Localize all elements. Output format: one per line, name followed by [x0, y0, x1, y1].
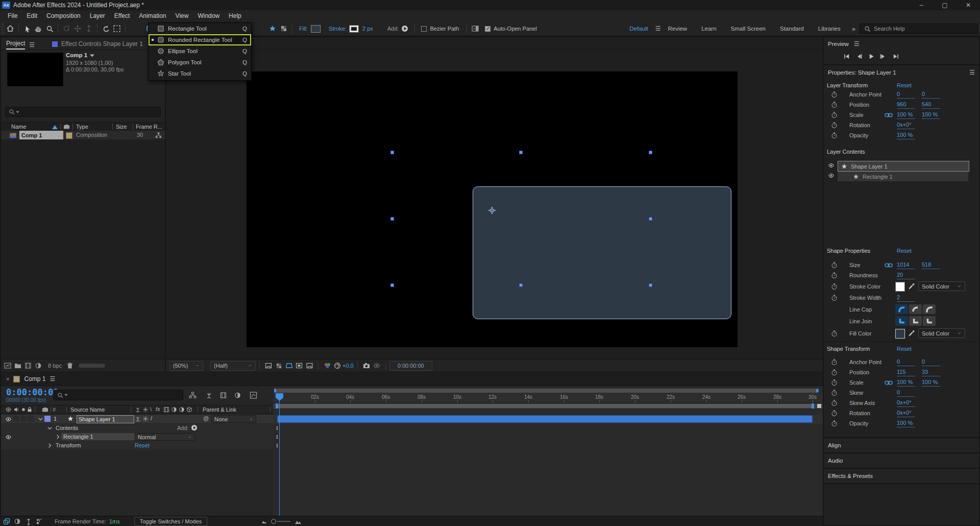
close-tab-icon[interactable]: × — [6, 376, 9, 382]
workspace-review[interactable]: Review — [660, 26, 694, 32]
roundness-value[interactable]: 20 — [897, 272, 915, 279]
project-search-input[interactable] — [5, 107, 161, 117]
project-panel-menu-icon[interactable]: ☰ — [29, 41, 35, 49]
link-icon[interactable] — [885, 261, 893, 269]
selection-tool[interactable] — [21, 23, 33, 34]
fx-switch-icon[interactable]: fx — [156, 406, 160, 412]
transparency-grid-icon[interactable] — [274, 363, 284, 369]
zoom-out-mountain-icon[interactable] — [261, 519, 267, 524]
selection-handle[interactable] — [649, 151, 652, 154]
layer-shy-switch[interactable] — [135, 416, 141, 422]
puppet-icon[interactable] — [35, 518, 42, 525]
parent-dropdown[interactable]: None — [211, 415, 256, 423]
draft-3d-icon[interactable] — [205, 392, 213, 399]
stopwatch-icon[interactable] — [831, 420, 838, 427]
menu-view[interactable]: View — [171, 11, 193, 21]
layer-transform-reset[interactable]: Reset — [897, 82, 912, 88]
stopwatch-icon[interactable] — [831, 369, 838, 376]
opacity-value[interactable]: 100 % — [897, 132, 915, 139]
search-help-input[interactable]: Search Help — [860, 23, 978, 34]
shape-properties-reset[interactable]: Reset — [897, 248, 912, 254]
audio-toggle[interactable] — [13, 416, 19, 422]
rotation-value[interactable]: 0x+0° — [897, 122, 915, 129]
timeline-zoom-knob[interactable] — [271, 519, 276, 524]
stopwatch-icon[interactable] — [831, 294, 838, 301]
stopwatch-icon[interactable] — [831, 272, 838, 279]
viewer-timecode[interactable]: 0:00:00:00 — [389, 361, 432, 371]
composition-view[interactable] — [247, 71, 738, 347]
stroke-color-swatch[interactable] — [895, 282, 905, 292]
scale-x-value[interactable]: 100 % — [897, 111, 915, 119]
lock-toggle[interactable] — [28, 416, 34, 422]
layer-duration-bar[interactable] — [277, 415, 813, 423]
link-icon[interactable] — [885, 111, 893, 119]
contents-row[interactable]: Contents Add: — [1, 424, 273, 433]
menu-window[interactable]: Window — [193, 11, 224, 21]
shape-transform-title[interactable]: Shape Transform — [827, 346, 870, 352]
fill-color-swatch[interactable] — [895, 329, 905, 339]
workspace-overflow-icon[interactable]: » — [852, 25, 855, 33]
orbit-camera-tool[interactable] — [61, 23, 72, 34]
stopwatch-icon[interactable] — [831, 91, 838, 98]
adjustment-switch-icon[interactable] — [179, 407, 185, 413]
preview-eye-icon[interactable] — [372, 362, 382, 369]
preview-panel-title[interactable]: Preview — [828, 41, 849, 47]
shape-scale-x-value[interactable]: 100 % — [897, 379, 915, 387]
menu-animation[interactable]: Animation — [134, 11, 170, 21]
workspace-small-screen[interactable]: Small Screen — [724, 26, 773, 32]
navigator-end-handle[interactable] — [816, 389, 818, 393]
eyedropper-icon[interactable] — [908, 282, 915, 290]
menu-item-rounded-rectangle-tool[interactable]: Rounded Rectangle Tool Q — [149, 34, 251, 45]
timeline-search-input[interactable] — [54, 390, 183, 400]
next-frame-icon[interactable] — [880, 53, 887, 60]
first-frame-icon[interactable] — [843, 53, 850, 60]
stopwatch-icon[interactable] — [831, 330, 838, 337]
menu-edit[interactable]: Edit — [22, 11, 42, 21]
position-y-value[interactable]: 540 — [922, 101, 940, 109]
line-join-miter-button[interactable] — [909, 316, 922, 326]
stopwatch-icon[interactable] — [831, 358, 838, 366]
selection-handle[interactable] — [649, 217, 652, 221]
timeline-tab-comp[interactable]: Comp 1 — [24, 375, 45, 382]
collapse-switch-icon[interactable] — [142, 407, 149, 413]
shape-anchor-x-value[interactable]: 0 — [897, 358, 915, 366]
exposure-value[interactable]: +0,0 — [342, 363, 354, 369]
quality-switch-icon[interactable]: \ — [150, 406, 152, 412]
shape-position-x-value[interactable]: 115 — [897, 369, 915, 376]
column-frame-rate[interactable]: Frame R... — [136, 124, 162, 130]
composition-mini-flowchart-icon[interactable] — [189, 392, 197, 399]
toggle-switches-modes-button[interactable]: Toggle Switches / Modes — [134, 517, 208, 526]
layer-transform-title[interactable]: Layer Transform — [827, 82, 868, 88]
guides-icon[interactable] — [294, 362, 304, 369]
audio-panel-header[interactable]: Audio — [824, 453, 979, 468]
stopwatch-icon[interactable] — [831, 111, 838, 118]
line-cap-round-button[interactable] — [895, 304, 908, 314]
bit-depth-button[interactable]: 8 bpc — [48, 363, 62, 369]
last-frame-icon[interactable] — [892, 53, 899, 60]
stopwatch-icon[interactable] — [831, 379, 838, 386]
work-area-bar[interactable] — [277, 404, 813, 408]
properties-menu-icon[interactable]: ☰ — [969, 69, 975, 76]
line-join-round-button[interactable] — [895, 316, 908, 326]
flowchart-icon[interactable] — [155, 132, 162, 138]
toolbar-grip[interactable] — [1, 23, 5, 34]
interpret-footage-icon[interactable] — [4, 362, 11, 369]
rectangle-group-name[interactable]: Rectangle 1 — [61, 433, 135, 440]
stopwatch-icon[interactable] — [831, 132, 838, 139]
workspace-menu-icon[interactable]: ☰ — [655, 25, 661, 32]
sort-ascending-icon[interactable] — [52, 125, 58, 129]
stopwatch-icon[interactable] — [831, 399, 838, 407]
pan-camera-tool[interactable] — [72, 23, 83, 34]
workspace-default[interactable]: Default — [622, 26, 655, 32]
home-button[interactable] — [5, 23, 16, 34]
blend-mode-dropdown[interactable]: Normal — [135, 433, 195, 441]
menu-item-star-tool[interactable]: Star Tool Q — [149, 68, 251, 79]
effects-presets-panel-header[interactable]: Effects & Presets — [824, 469, 979, 483]
line-cap-butt-button[interactable] — [909, 304, 922, 314]
tool-creates-shape-button[interactable] — [267, 23, 278, 34]
stopwatch-icon[interactable] — [831, 283, 838, 290]
column-size[interactable]: Size — [116, 124, 127, 130]
camera-icon[interactable] — [361, 362, 372, 369]
shape-transform-reset[interactable]: Reset — [897, 346, 912, 352]
collapse-chevron-icon[interactable] — [55, 434, 61, 440]
